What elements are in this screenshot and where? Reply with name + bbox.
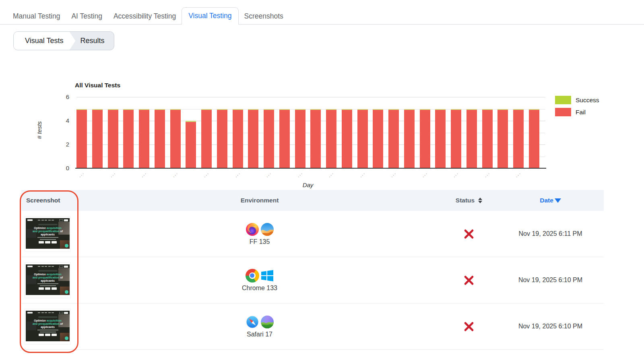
bar-day-5[interactable]	[139, 109, 149, 169]
tab-visual-testing[interactable]: Visual Testing	[182, 7, 238, 25]
legend-item-success: Success	[555, 96, 599, 104]
bar-day-28[interactable]	[497, 109, 508, 169]
thumb-logo	[27, 219, 33, 221]
thumb-nav-buttons	[59, 266, 68, 268]
bar-day-13[interactable]	[264, 109, 274, 169]
screenshot-thumbnail[interactable]: Optimize acquisitionand prequalification…	[25, 263, 70, 298]
bar-day-20[interactable]	[373, 109, 383, 169]
screenshot-cell[interactable]: Optimize acquisitionand prequalification…	[21, 309, 78, 344]
table-row[interactable]: Optimize acquisitionand prequalification…	[21, 211, 604, 257]
bar-day-18[interactable]	[342, 109, 352, 169]
bar-day-29[interactable]	[513, 109, 524, 169]
bar-day-12[interactable]	[248, 109, 258, 169]
bar-day-6[interactable]	[155, 109, 165, 169]
y-tick-label: 0	[59, 165, 69, 171]
x-tick-label: ···	[451, 169, 461, 180]
bar-day-10[interactable]	[217, 109, 227, 169]
thumb-chat-bubble	[65, 336, 68, 340]
col-header-environment: Environment	[78, 197, 441, 204]
safari-icon	[246, 315, 259, 329]
table-header-row: Screenshot Environment Status Date	[21, 190, 604, 211]
thumb-headline: Optimize acquisitionand prequalification…	[26, 273, 70, 283]
screenshot-thumbnail[interactable]: Optimize acquisitionand prequalification…	[25, 217, 70, 252]
bar-day-8[interactable]	[186, 121, 196, 168]
x-tick-label: ···	[357, 169, 368, 180]
bar-day-3[interactable]	[108, 109, 118, 169]
fail-status-icon	[464, 321, 474, 332]
bar-day-11[interactable]	[233, 109, 243, 169]
date-cell: Nov 19, 2025 6:11 PM	[497, 230, 604, 237]
chart-legend: SuccessFail	[555, 96, 599, 120]
chart-y-axis-label: # tests	[36, 113, 43, 147]
chrome-icon	[246, 269, 259, 283]
bar-day-9[interactable]	[201, 109, 212, 169]
bar-day-7[interactable]	[170, 109, 181, 169]
breadcrumb-visual-tests[interactable]: Visual Tests	[14, 32, 75, 50]
table-row[interactable]: Optimize acquisitionand prequalification…	[21, 257, 604, 303]
fail-status-icon	[464, 229, 474, 239]
x-tick-label: ···	[139, 169, 149, 180]
tab-bar: Manual TestingAI TestingAccessibility Te…	[0, 7, 644, 25]
bar-day-2[interactable]	[92, 109, 103, 169]
bar-day-26[interactable]	[466, 109, 477, 169]
col-header-status[interactable]: Status	[441, 197, 497, 204]
bar-day-24[interactable]	[435, 109, 446, 169]
screenshot-cell[interactable]: Optimize acquisitionand prequalification…	[21, 263, 78, 298]
screenshot-thumbnail[interactable]: Optimize acquisitionand prequalification…	[25, 309, 70, 344]
thumb-nav-buttons	[59, 312, 68, 314]
bar-day-1[interactable]	[76, 109, 87, 169]
col-header-screenshot: Screenshot	[21, 197, 78, 204]
environment-label: FF 135	[250, 238, 270, 245]
y-tick-label: 2	[59, 141, 69, 148]
environment-cell: Safari 17	[78, 315, 441, 338]
thumb-menu	[38, 266, 54, 267]
breadcrumb-results-label: Results	[80, 37, 104, 45]
thumb-badge	[38, 270, 58, 272]
status-cell	[441, 275, 497, 285]
breadcrumb-results[interactable]: Results	[75, 32, 114, 50]
sort-desc-icon[interactable]	[555, 198, 561, 203]
tab-screenshots[interactable]: Screenshots	[239, 8, 289, 25]
date-header-label: Date	[540, 197, 553, 204]
environment-cell: FF 135	[78, 223, 441, 245]
thumb-badge	[38, 316, 58, 318]
x-tick-label: ···	[232, 169, 243, 180]
macos-ventura-icon	[260, 223, 274, 236]
x-tick-label: ···	[326, 169, 336, 180]
tab-accessibility-testing[interactable]: Accessibility Testing	[108, 8, 182, 25]
bar-day-14[interactable]	[279, 109, 290, 169]
tab-manual-testing[interactable]: Manual Testing	[7, 8, 66, 25]
x-tick-label: ···	[201, 169, 212, 180]
windows-icon	[260, 269, 274, 283]
bar-day-17[interactable]	[326, 109, 336, 169]
tab-ai-testing[interactable]: AI Testing	[66, 8, 108, 25]
sort-both-icon[interactable]	[478, 198, 482, 203]
bar-day-22[interactable]	[404, 109, 415, 169]
chart-x-axis	[75, 168, 546, 169]
results-table: Screenshot Environment Status Date	[21, 190, 604, 350]
bar-day-25[interactable]	[451, 109, 461, 169]
thumb-buttons	[26, 241, 70, 243]
x-tick-label: ···	[388, 169, 399, 180]
table-row[interactable]: Optimize acquisitionand prequalification…	[21, 303, 604, 350]
legend-swatch	[555, 108, 571, 116]
thumb-menu	[38, 312, 54, 313]
col-header-date[interactable]: Date	[497, 197, 604, 204]
chart-bars	[76, 97, 539, 168]
bar-day-19[interactable]	[357, 109, 368, 169]
bar-day-27[interactable]	[482, 109, 493, 169]
thumb-menu	[38, 220, 54, 221]
bar-day-21[interactable]	[388, 109, 399, 169]
bar-day-30[interactable]	[529, 109, 539, 169]
thumb-logo	[27, 266, 33, 267]
bar-day-23[interactable]	[420, 109, 430, 169]
x-tick-label: ···	[170, 169, 180, 180]
thumb-chat-bubble	[65, 244, 68, 248]
status-cell	[441, 229, 497, 239]
fail-status-icon	[464, 275, 474, 285]
bar-day-15[interactable]	[295, 109, 305, 169]
legend-swatch	[555, 96, 571, 104]
bar-day-4[interactable]	[123, 109, 134, 169]
screenshot-cell[interactable]: Optimize acquisitionand prequalification…	[21, 217, 78, 252]
bar-day-16[interactable]	[310, 109, 321, 169]
